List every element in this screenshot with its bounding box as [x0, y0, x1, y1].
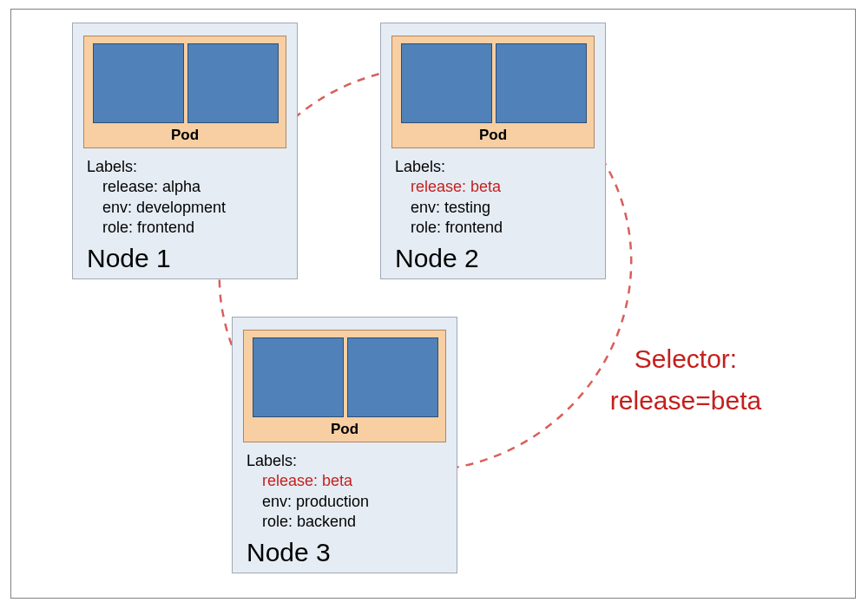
pod-box: Pod — [83, 36, 286, 148]
labels-header: Labels: — [247, 451, 446, 471]
label-env: env: development — [102, 198, 286, 218]
labels-block: Labels: release: alpha env: development … — [87, 157, 286, 239]
labels-block: Labels: release: beta env: testing role:… — [395, 157, 595, 239]
pod-box: Pod — [391, 36, 595, 148]
node-1: Pod Labels: release: alpha env: developm… — [72, 23, 298, 279]
labels-block: Labels: release: beta env: production ro… — [247, 451, 446, 533]
node-title: Node 1 — [87, 244, 171, 273]
pod-label: Pod — [244, 421, 445, 438]
labels-header: Labels: — [395, 157, 595, 177]
node-title: Node 3 — [247, 538, 331, 567]
node-title: Node 2 — [395, 244, 479, 273]
node-3: Pod Labels: release: beta env: productio… — [232, 317, 457, 573]
label-env: env: production — [262, 492, 446, 512]
pod-box: Pod — [243, 330, 446, 442]
label-role: role: backend — [262, 512, 446, 532]
pod-label: Pod — [392, 127, 594, 144]
label-release: release: beta — [411, 177, 595, 197]
label-role: role: frontend — [102, 218, 286, 238]
label-role: role: frontend — [411, 218, 595, 238]
container-box — [496, 43, 587, 123]
selector-line2: release=beta — [560, 380, 812, 422]
container-box — [347, 337, 438, 417]
label-env: env: testing — [411, 198, 595, 218]
pod-label: Pod — [84, 127, 286, 144]
selector-line1: Selector: — [560, 338, 812, 380]
label-release: release: beta — [262, 471, 446, 491]
selector-caption: Selector: release=beta — [560, 338, 812, 422]
node-2: Pod Labels: release: beta env: testing r… — [380, 23, 606, 279]
container-box — [253, 337, 344, 417]
labels-header: Labels: — [87, 157, 286, 177]
container-box — [401, 43, 492, 123]
label-release: release: alpha — [102, 177, 286, 197]
diagram-canvas: Pod Labels: release: alpha env: developm… — [0, 0, 868, 609]
container-box — [93, 43, 184, 123]
container-box — [187, 43, 279, 123]
